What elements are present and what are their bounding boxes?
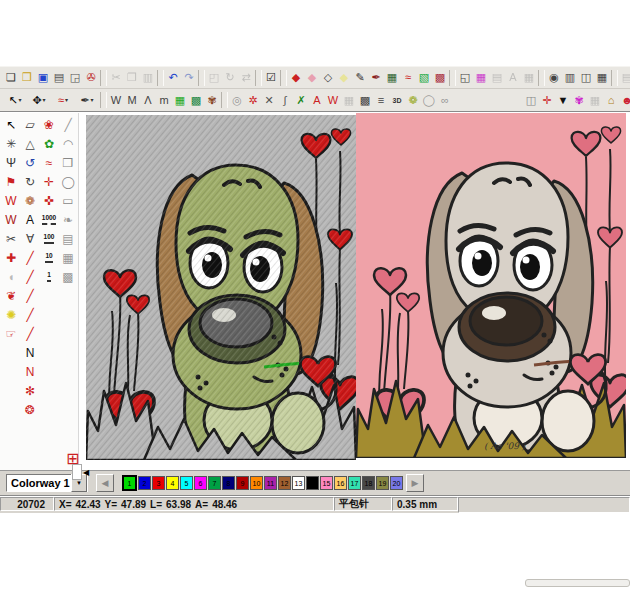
rectangle-tool[interactable]: ▭ bbox=[59, 192, 77, 210]
color-swatch[interactable]: 20 bbox=[390, 476, 403, 490]
grid-table-button[interactable]: ▦ bbox=[384, 68, 400, 88]
open-file-button[interactable]: ❒ bbox=[19, 68, 35, 88]
color-swatch[interactable]: 7 bbox=[208, 476, 221, 490]
flag-tool[interactable]: ⚑ bbox=[2, 173, 20, 191]
color-swatch[interactable]: 14 bbox=[306, 476, 319, 490]
matrix-button[interactable]: ▦ bbox=[521, 68, 537, 88]
satin-fill-pink-button[interactable]: ◆ bbox=[304, 68, 320, 88]
loop-button[interactable]: ∞ bbox=[437, 90, 453, 110]
tatami-fill-button[interactable]: ▦ bbox=[172, 90, 188, 110]
wave-run-button[interactable]: ∫ bbox=[277, 90, 293, 110]
three-d-button[interactable]: 3D bbox=[389, 90, 405, 110]
satin-w-button[interactable]: W bbox=[108, 90, 124, 110]
star-stitch-button[interactable]: ✲ bbox=[245, 90, 261, 110]
density-100-tool[interactable]: 100 bbox=[40, 230, 58, 248]
doc-grid-tool[interactable]: ▤ bbox=[59, 230, 77, 248]
shadow-button[interactable]: ◯ bbox=[421, 90, 437, 110]
save-button[interactable]: ▣ bbox=[35, 68, 51, 88]
horizontal-scrollbar[interactable] bbox=[525, 579, 630, 587]
density-10-tool[interactable]: 10 bbox=[40, 249, 58, 267]
color-swatch[interactable]: 1 bbox=[122, 475, 137, 491]
filter-button[interactable]: ▼ bbox=[555, 90, 571, 110]
column-button[interactable]: m bbox=[156, 90, 172, 110]
color-swatch[interactable]: 10 bbox=[250, 476, 263, 490]
hoop-1-button[interactable]: ▥ bbox=[562, 68, 578, 88]
applique-button[interactable]: A bbox=[309, 90, 325, 110]
run-stitch-tool[interactable]: ╱ bbox=[21, 249, 39, 267]
flower-fill-tool[interactable]: ❀ bbox=[40, 116, 58, 134]
pattern-fill-button[interactable]: ▩ bbox=[188, 90, 204, 110]
mirror-button[interactable]: ⇄ bbox=[238, 68, 254, 88]
zigzag-button[interactable]: Λ bbox=[140, 90, 156, 110]
new-file-button[interactable]: ❏ bbox=[3, 68, 19, 88]
stack-lines-button[interactable]: ≡ bbox=[373, 90, 389, 110]
arc-tool[interactable]: ↺ bbox=[21, 154, 39, 172]
image-green-button[interactable]: ▧ bbox=[416, 68, 432, 88]
hand-tool[interactable]: ☞ bbox=[2, 325, 20, 343]
slant-lines-tool[interactable]: ╱ bbox=[59, 116, 77, 134]
color-swatch[interactable]: 16 bbox=[334, 476, 347, 490]
cut-button[interactable]: ✂ bbox=[108, 68, 124, 88]
reshape-tool[interactable]: ✳ bbox=[2, 135, 20, 153]
node-point-tool[interactable]: ✜ bbox=[40, 192, 58, 210]
checker-2-tool[interactable]: ▩ bbox=[59, 268, 77, 286]
pin-tool-button[interactable]: ✒ bbox=[368, 68, 384, 88]
checker-tool[interactable]: ▦ bbox=[59, 249, 77, 267]
flower-leaf-tool[interactable]: ✿ bbox=[40, 135, 58, 153]
image-frame-tool[interactable]: ❒ bbox=[59, 154, 77, 172]
photo-frame-button[interactable]: ◱ bbox=[457, 68, 473, 88]
red-wave-button[interactable]: ≈ bbox=[400, 68, 416, 88]
density-1-tool[interactable]: 1 bbox=[40, 268, 58, 286]
checker-button[interactable]: ▩ bbox=[357, 90, 373, 110]
ellipse-tool[interactable]: ◯ bbox=[59, 173, 77, 191]
color-swatch[interactable]: 17 bbox=[348, 476, 361, 490]
satin-m-button[interactable]: M bbox=[124, 90, 140, 110]
spiral-tool[interactable]: ↻ bbox=[21, 173, 39, 191]
scrollbar-nub[interactable] bbox=[72, 464, 82, 480]
chain-link-button[interactable]: ◉ bbox=[546, 68, 562, 88]
n-stitch-red-tool[interactable]: N bbox=[21, 363, 39, 381]
copy-button[interactable]: ❐ bbox=[124, 68, 140, 88]
fan-tool[interactable]: ◖ bbox=[2, 268, 20, 286]
undo-button[interactable]: ↶ bbox=[165, 68, 181, 88]
pen-tool-button[interactable]: ✒ bbox=[75, 90, 99, 110]
paste-button[interactable]: ▥ bbox=[140, 68, 156, 88]
align-columns-button[interactable]: ▤ bbox=[489, 68, 505, 88]
run-stitch-3-tool[interactable]: ╱ bbox=[21, 287, 39, 305]
cross-stitch-button[interactable]: ✗ bbox=[293, 90, 309, 110]
palette-prev-button[interactable]: ◀ bbox=[96, 474, 114, 492]
color-swatch[interactable]: 6 bbox=[194, 476, 207, 490]
color-swatch[interactable]: 18 bbox=[362, 476, 375, 490]
color-grid-button[interactable]: ▦ bbox=[473, 68, 489, 88]
image-color-button[interactable]: ▩ bbox=[432, 68, 448, 88]
dot-tool[interactable]: ✺ bbox=[2, 306, 20, 324]
polygon-tool[interactable]: △ bbox=[21, 135, 39, 153]
people-button[interactable]: ☻ bbox=[619, 90, 630, 110]
letter-w-tool[interactable]: W bbox=[2, 192, 20, 210]
redo-button[interactable]: ↷ bbox=[181, 68, 197, 88]
cross-x-button[interactable]: ✕ bbox=[261, 90, 277, 110]
motif-run-button[interactable]: ✾ bbox=[204, 90, 220, 110]
color-swatch[interactable]: 2 bbox=[138, 476, 151, 490]
embroidery-preview-image[interactable] bbox=[86, 115, 356, 460]
outline-shape-button[interactable]: ◇ bbox=[320, 68, 336, 88]
color-swatch[interactable]: 15 bbox=[320, 476, 333, 490]
grid-gray-button[interactable]: ▦ bbox=[587, 90, 603, 110]
hoop-2-button[interactable]: ◫ bbox=[578, 68, 594, 88]
select-check-button[interactable]: ☑ bbox=[263, 68, 279, 88]
run-stitch-5-tool[interactable]: ╱ bbox=[21, 325, 39, 343]
mirror-tool[interactable]: ∀ bbox=[21, 230, 39, 248]
scissors-tool[interactable]: ✂ bbox=[2, 230, 20, 248]
color-swatch[interactable]: 9 bbox=[236, 476, 249, 490]
needle-point-button[interactable]: ✛ bbox=[539, 90, 555, 110]
color-swatch[interactable]: 3 bbox=[152, 476, 165, 490]
leaf-tool[interactable]: ❧ bbox=[59, 211, 77, 229]
rotate-button[interactable]: ↻ bbox=[222, 68, 238, 88]
run-stitch-2-tool[interactable]: ╱ bbox=[21, 268, 39, 286]
color-swatch[interactable]: 11 bbox=[264, 476, 277, 490]
fill-yellow-button[interactable]: ◆ bbox=[336, 68, 352, 88]
lips-tool[interactable]: ❦ bbox=[2, 287, 20, 305]
letter-align-button[interactable]: A bbox=[505, 68, 521, 88]
density-1000-tool[interactable]: 1000 bbox=[40, 211, 58, 229]
color-swatch[interactable]: 19 bbox=[376, 476, 389, 490]
